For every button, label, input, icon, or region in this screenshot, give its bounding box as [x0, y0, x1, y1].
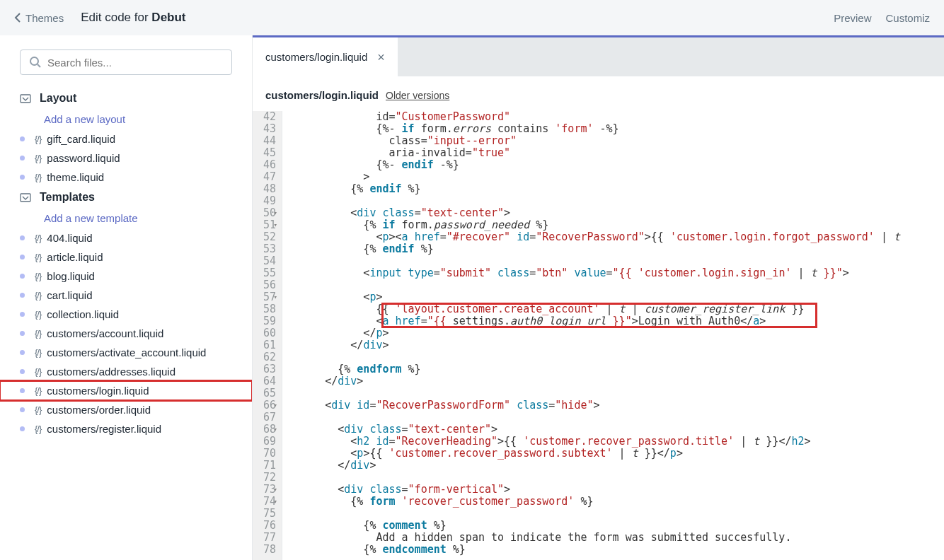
add-link[interactable]: Add a new template [0, 208, 252, 228]
section-header[interactable]: Templates [0, 187, 252, 208]
add-link[interactable]: Add a new layout [0, 109, 252, 129]
file-item[interactable]: {/}customers/addresses.liquid [0, 362, 252, 381]
svg-line-1 [38, 64, 40, 67]
close-icon[interactable]: × [377, 51, 385, 64]
file-item[interactable]: {/}customers/account.liquid [0, 324, 252, 343]
file-item[interactable]: {/}customers/activate_account.liquid [0, 343, 252, 362]
section-header[interactable]: Layout [0, 88, 252, 109]
tab-login[interactable]: customers/login.liquid × [253, 37, 398, 76]
line-gutter: 4243444546474849505152535455565758596061… [253, 111, 282, 560]
code-editor[interactable]: 4243444546474849505152535455565758596061… [253, 111, 944, 560]
file-header: customers/login.liquid Older versions [253, 76, 944, 111]
svg-point-0 [30, 57, 38, 65]
svg-rect-3 [21, 194, 30, 202]
back-label: Themes [25, 12, 64, 24]
file-item[interactable]: {/}password.liquid [0, 148, 252, 168]
file-name: customers/login.liquid [265, 89, 379, 101]
file-item[interactable]: {/}theme.liquid [0, 168, 252, 187]
sidebar: LayoutAdd a new layout{/}gift_card.liqui… [0, 35, 253, 560]
search-field[interactable] [47, 57, 223, 69]
tabs-bar: customers/login.liquid × [253, 35, 944, 76]
header: Themes Edit code for Debut Preview Custo… [0, 0, 944, 35]
file-item[interactable]: {/}collection.liquid [0, 305, 252, 324]
tab-label: customers/login.liquid [265, 51, 367, 63]
code-content[interactable]: id="CustomerPassword" {%- if form.errors… [282, 111, 944, 560]
file-item[interactable]: {/}customers/login.liquid [0, 381, 252, 400]
file-item[interactable]: {/}404.liquid [0, 228, 252, 247]
file-item[interactable]: {/}customers/order.liquid [0, 400, 252, 419]
svg-rect-2 [21, 95, 30, 103]
customize-link[interactable]: Customiz [885, 12, 930, 24]
editor: customers/login.liquid × customers/login… [253, 35, 944, 560]
older-versions-link[interactable]: Older versions [386, 90, 449, 101]
search-icon [29, 56, 42, 69]
preview-link[interactable]: Preview [834, 12, 871, 24]
back-button[interactable]: Themes [14, 12, 64, 24]
page-title: Edit code for Debut [81, 11, 185, 25]
file-item[interactable]: {/}gift_card.liquid [0, 129, 252, 148]
chevron-left-icon [14, 12, 21, 23]
file-item[interactable]: {/}customers/register.liquid [0, 419, 252, 438]
file-item[interactable]: {/}cart.liquid [0, 286, 252, 305]
search-input[interactable] [20, 49, 232, 75]
file-item[interactable]: {/}blog.liquid [0, 267, 252, 286]
file-item[interactable]: {/}article.liquid [0, 247, 252, 267]
